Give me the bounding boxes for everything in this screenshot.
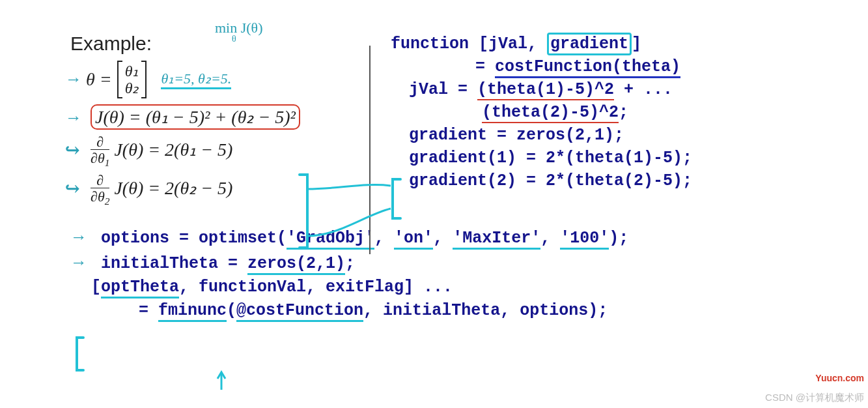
watermark-source: Yuucn.com [815, 373, 864, 383]
partial-d2: ↪ ∂∂θ2 J(θ) = 2(θ₂ − 5) [65, 173, 365, 207]
partial-d1: ↪ ∂∂θ1 J(θ) = 2(θ₁ − 5) [65, 135, 365, 168]
min-note: min J(θ) [215, 20, 262, 36]
cost-function-J: → J(θ) = (θ₁ − 5)² + (θ₂ − 5)² [65, 104, 365, 130]
params-note: θ₁=5, θ₂=5. [161, 70, 231, 89]
vertical-divider [369, 46, 371, 254]
theta-vector-eq: → θ = θ₁ θ₂ θ₁=5, θ₂=5. [65, 60, 365, 99]
bottom-code: → options = optimset('GradObj', 'on', 'M… [70, 225, 816, 323]
watermark-author: CSDN @计算机魔术师 [765, 392, 864, 404]
code-right: function [jVal, gradient] = costFunction… [365, 33, 816, 212]
